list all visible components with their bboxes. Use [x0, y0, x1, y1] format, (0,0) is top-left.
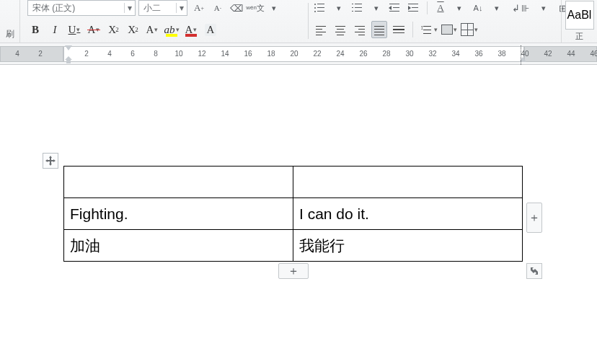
increase-indent-button[interactable]	[407, 1, 421, 15]
move-icon	[45, 156, 56, 166]
table-resize-handle[interactable]	[526, 263, 542, 279]
table-cell[interactable]: I can do it.	[293, 198, 523, 230]
table-wrapper: Fighting. I can do it. 加油 我能行 ＋ ＋	[63, 166, 523, 262]
style-normal[interactable]: AaBl	[565, 1, 594, 30]
chevron-down-icon[interactable]: ▾	[124, 3, 135, 13]
paragraph-align-tools: ↕ ▾ ▾ ▾	[313, 19, 478, 40]
ruler-tick: 42	[544, 50, 552, 58]
ruler-tick: 24	[336, 50, 345, 58]
ruler-tick: 30	[405, 50, 414, 58]
font-size-tools: A+ A- ⌫ wén 文 ▾	[192, 0, 281, 16]
style-label: 正	[562, 31, 597, 42]
decrease-indent-button[interactable]	[388, 1, 402, 15]
align-center-button[interactable]	[332, 21, 348, 38]
grow-font-icon[interactable]: A+	[192, 1, 206, 15]
ruler-tick: 6	[128, 50, 137, 58]
horizontal-ruler[interactable]: 6422468101214161820222426283032343638404…	[0, 43, 597, 65]
table-row[interactable]: 加油 我能行	[64, 230, 523, 262]
text-direction-button[interactable]: A	[433, 1, 448, 15]
ruler-tick: 46	[590, 50, 597, 58]
format-painter-group: 刷	[0, 0, 20, 43]
document-area[interactable]: Fighting. I can do it. 加油 我能行 ＋ ＋	[0, 65, 597, 364]
ruler-tick: 38	[498, 50, 506, 58]
bold-button[interactable]: B	[27, 21, 43, 38]
table-row[interactable]	[64, 167, 523, 198]
styles-group: AaBl 正	[561, 0, 597, 43]
distribute-button[interactable]	[391, 21, 407, 38]
chevron-down-icon[interactable]: ▾	[536, 1, 551, 15]
chevron-down-icon[interactable]: ▾	[332, 1, 346, 15]
line-spacing-button[interactable]: ↕ ▾	[419, 21, 438, 38]
subscript-button[interactable]: X2	[125, 21, 141, 38]
table-move-handle[interactable]	[43, 153, 58, 169]
align-left-button[interactable]	[313, 21, 329, 38]
ruler-tick: 36	[474, 50, 483, 58]
ribbon: 刷 宋体 (正文) ▾ 小二 ▾ A+ A- ⌫ wén 文 ▾ B I U▾ …	[0, 0, 597, 43]
ruler-tick: 34	[451, 50, 460, 58]
table-cell[interactable]: 加油	[64, 230, 293, 262]
ruler-tick: 22	[313, 50, 322, 58]
font-size-value: 小二	[139, 2, 176, 14]
ruler-tick: 4	[105, 50, 114, 58]
font-name-combo[interactable]: 宋体 (正文) ▾	[27, 0, 136, 16]
strikethrough-button[interactable]: A▾	[86, 21, 102, 38]
tabs-icon[interactable]: ⊪	[518, 1, 532, 15]
resize-icon	[530, 267, 539, 275]
align-justify-button[interactable]	[371, 21, 387, 38]
table-row[interactable]: Fighting. I can do it.	[64, 198, 523, 230]
shrink-font-icon[interactable]: A-	[211, 1, 225, 15]
table-cell[interactable]	[293, 167, 523, 198]
ruler-tick: 14	[221, 50, 229, 58]
phonetic-guide-icon[interactable]: wén 文	[248, 1, 262, 15]
font-format-tools: B I U▾ A▾ X2 X2 A▾ ab▾ A▾ A	[27, 19, 218, 40]
table-cell[interactable]: Fighting.	[64, 198, 293, 230]
underline-button[interactable]: U▾	[66, 21, 82, 38]
ruler-tick: 18	[267, 50, 275, 58]
format-painter-label: 刷	[6, 28, 14, 40]
superscript-button[interactable]: X2	[105, 21, 121, 38]
font-name-value: 宋体 (正文)	[28, 2, 124, 14]
number-list-button[interactable]	[350, 1, 365, 15]
chevron-down-icon[interactable]: ▾	[176, 3, 187, 13]
chevron-down-icon[interactable]: ▾	[267, 1, 281, 15]
shading-button[interactable]: ▾	[441, 21, 457, 38]
ruler-tick: 12	[198, 50, 206, 58]
align-right-button[interactable]	[352, 21, 368, 38]
ruler-tick: 44	[567, 50, 575, 58]
document-table[interactable]: Fighting. I can do it. 加油 我能行	[63, 166, 523, 262]
ruler-tick: 4	[13, 50, 22, 58]
ruler-tick: 8	[151, 50, 160, 58]
hanging-indent-marker[interactable]	[65, 56, 72, 62]
ruler-tick: 2	[36, 50, 45, 58]
ruler-tick: 20	[290, 50, 298, 58]
clear-format-icon[interactable]: ⌫	[229, 1, 244, 15]
first-line-indent-marker[interactable]	[65, 45, 72, 50]
table-cell[interactable]	[64, 167, 293, 198]
ruler-tick: 10	[174, 50, 183, 58]
chevron-down-icon[interactable]: ▾	[490, 1, 504, 15]
change-case-button[interactable]: A▾	[144, 21, 160, 38]
add-row-button[interactable]: ＋	[278, 263, 309, 279]
highlight-button[interactable]: ab▾	[164, 21, 180, 38]
ruler-tick: 16	[244, 50, 252, 58]
sort-button[interactable]: A↓	[471, 1, 485, 15]
chevron-down-icon[interactable]: ▾	[369, 1, 384, 15]
ruler-tick: 28	[382, 50, 391, 58]
font-size-combo[interactable]: 小二 ▾	[138, 0, 187, 16]
paragraph-list-tools: ▾ ▾	[313, 0, 523, 16]
borders-button[interactable]: ▾	[461, 21, 478, 38]
ruler-tick: 2	[82, 50, 91, 58]
add-column-button[interactable]: ＋	[526, 203, 542, 233]
italic-button[interactable]: I	[47, 21, 63, 38]
ruler-tick: 26	[359, 50, 368, 58]
font-color-button[interactable]: A▾	[183, 21, 199, 38]
chevron-down-icon[interactable]: ▾	[452, 1, 466, 15]
char-shading-button[interactable]: A	[203, 21, 218, 38]
table-cell[interactable]: 我能行	[293, 230, 523, 262]
ruler-tick: 32	[428, 50, 437, 58]
bullet-list-button[interactable]	[313, 1, 327, 15]
